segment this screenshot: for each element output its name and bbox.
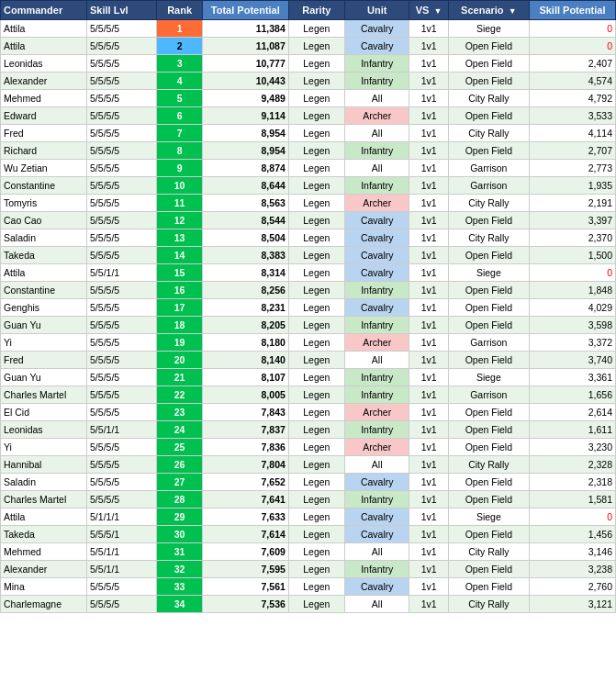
cell-skill: 5/5/5/5 [87,334,157,352]
cell-rank: 23 [157,404,202,421]
cell-rarity: Legen [288,334,344,352]
cell-rarity: Legen [288,195,344,212]
cell-rank: 10 [157,177,202,195]
cell-skill: 5/5/5/5 [87,282,157,299]
cell-rarity: Legen [288,561,344,578]
cell-total: 7,536 [202,596,288,613]
cell-rank: 5 [157,90,202,107]
cell-scenario: Garrison [448,386,529,404]
cell-commander: Alexander [1,73,87,90]
cell-total: 8,205 [202,317,288,334]
cell-unit: All [344,352,409,369]
table-row: Yi 5/5/5/5 25 7,836 Legen Archer 1v1 Ope… [1,439,616,456]
cell-scenario: Open Field [448,317,529,334]
cell-scenario: Open Field [448,212,529,229]
cell-vs: 1v1 [409,334,448,352]
cell-scenario: City Rally [448,195,529,212]
cell-commander: Yi [1,439,87,456]
cell-rank: 32 [157,561,202,578]
cell-skill: 5/5/5/5 [87,369,157,386]
cell-skill-potential: 4,114 [529,125,615,142]
cell-skill-potential: 4,029 [529,299,615,317]
cell-vs: 1v1 [409,107,448,125]
table-row: Mehmed 5/5/1/1 31 7,609 Legen All 1v1 Ci… [1,543,616,561]
cell-rarity: Legen [288,160,344,177]
cell-unit: Infantry [344,142,409,160]
table-row: Fred 5/5/5/5 20 8,140 Legen All 1v1 Open… [1,352,616,369]
cell-unit: Cavalry [344,474,409,491]
cell-rank: 22 [157,386,202,404]
header-rank: Rank [157,1,202,20]
cell-commander: Saladin [1,229,87,247]
cell-total: 7,652 [202,474,288,491]
cell-skill-potential: 3,361 [529,369,615,386]
cell-rarity: Legen [288,20,344,38]
cell-unit: Cavalry [344,578,409,596]
vs-filter-icon[interactable]: ▼ [434,6,442,16]
cell-commander: Wu Zetian [1,160,87,177]
cell-rarity: Legen [288,526,344,543]
table-row: Guan Yu 5/5/5/5 18 8,205 Legen Infantry … [1,317,616,334]
cell-unit: Archer [344,404,409,421]
cell-scenario: Open Field [448,247,529,264]
cell-skill: 5/5/5/5 [87,90,157,107]
cell-rarity: Legen [288,212,344,229]
cell-skill: 5/5/5/5 [87,247,157,264]
cell-rarity: Legen [288,282,344,299]
cell-rarity: Legen [288,247,344,264]
cell-scenario: Open Field [448,404,529,421]
cell-rarity: Legen [288,578,344,596]
cell-total: 7,561 [202,578,288,596]
cell-total: 8,314 [202,264,288,282]
cell-total: 7,641 [202,491,288,509]
cell-scenario: Open Field [448,352,529,369]
cell-commander: Cao Cao [1,212,87,229]
cell-commander: Attila [1,20,87,38]
cell-skill: 5/5/5/5 [87,317,157,334]
cell-rank: 3 [157,55,202,73]
cell-skill-potential: 0 [529,509,615,526]
cell-scenario: Siege [448,369,529,386]
cell-rarity: Legen [288,352,344,369]
cell-skill-potential: 2,407 [529,55,615,73]
cell-scenario: City Rally [448,125,529,142]
cell-skill: 5/5/5/5 [87,456,157,474]
cell-skill-potential: 4,574 [529,73,615,90]
cell-total: 7,836 [202,439,288,456]
cell-vs: 1v1 [409,317,448,334]
table-row: Richard 5/5/5/5 8 8,954 Legen Infantry 1… [1,142,616,160]
cell-unit: Cavalry [344,20,409,38]
cell-rank: 21 [157,369,202,386]
cell-unit: Archer [344,439,409,456]
header-unit: Unit [344,1,409,20]
cell-total: 8,563 [202,195,288,212]
cell-scenario: City Rally [448,229,529,247]
main-table-container: Commander Skill Lvl Rank Total Potential… [0,0,616,613]
cell-skill: 5/5/1/1 [87,421,157,439]
cell-rank: 31 [157,543,202,561]
cell-skill-potential: 4,792 [529,90,615,107]
cell-scenario: Open Field [448,561,529,578]
cell-scenario: Open Field [448,474,529,491]
cell-commander: Takeda [1,526,87,543]
cell-total: 8,107 [202,369,288,386]
cell-skill-potential: 3,397 [529,212,615,229]
cell-unit: Cavalry [344,247,409,264]
cell-rank: 14 [157,247,202,264]
cell-rarity: Legen [288,229,344,247]
cell-rank: 25 [157,439,202,456]
cell-rank: 1 [157,20,202,38]
cell-unit: Archer [344,195,409,212]
cell-scenario: City Rally [448,543,529,561]
cell-skill-potential: 3,533 [529,107,615,125]
scenario-filter-icon[interactable]: ▼ [509,6,517,16]
cell-rank: 26 [157,456,202,474]
cell-total: 10,777 [202,55,288,73]
cell-vs: 1v1 [409,55,448,73]
header-vs[interactable]: VS ▼ [409,1,448,20]
header-scenario[interactable]: Scenario ▼ [448,1,529,20]
cell-rarity: Legen [288,107,344,125]
cell-rank: 7 [157,125,202,142]
cell-commander: Charlemagne [1,596,87,613]
cell-rarity: Legen [288,456,344,474]
